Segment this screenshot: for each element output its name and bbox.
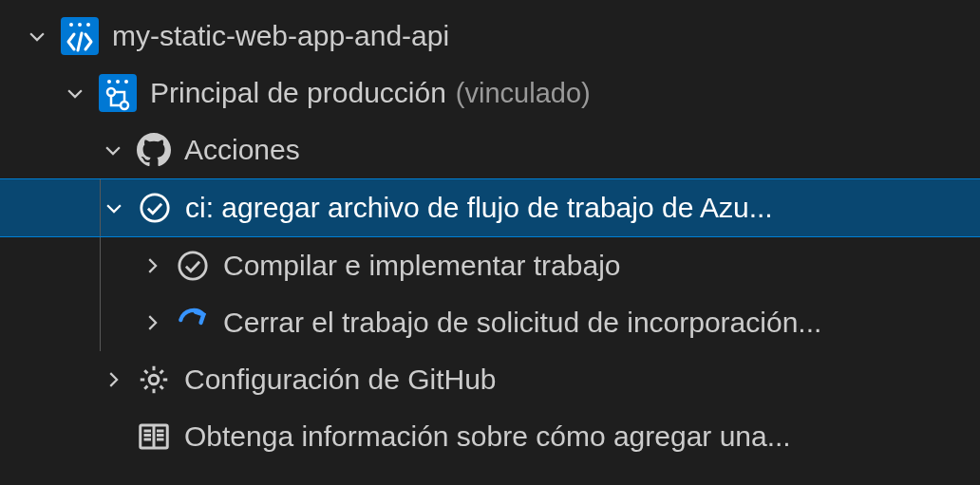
tree-item-job-close[interactable]: Cerrar el trabajo de solicitud de incorp… <box>0 294 980 351</box>
tree-item-learn-more[interactable]: Obtenga información sobre cómo agregar u… <box>0 408 980 465</box>
svg-point-6 <box>124 80 128 84</box>
indent-guide <box>100 237 102 294</box>
azure-static-web-app-icon <box>61 17 99 55</box>
tree-item-github-config[interactable]: Configuración de GitHub <box>0 351 980 408</box>
svg-point-1 <box>78 23 82 27</box>
check-circle-icon <box>176 249 210 283</box>
chevron-down-icon[interactable] <box>65 83 85 103</box>
svg-point-2 <box>86 23 90 27</box>
svg-line-3 <box>78 33 82 50</box>
tree-item-label: Compilar e implementar trabajo <box>223 250 621 282</box>
sync-icon <box>176 306 210 340</box>
check-circle-icon <box>138 191 172 225</box>
azure-environment-icon <box>99 74 137 112</box>
chevron-down-icon[interactable] <box>27 26 47 47</box>
svg-point-9 <box>141 195 168 221</box>
svg-point-5 <box>116 80 120 84</box>
book-icon <box>137 420 171 454</box>
tree-item-root[interactable]: my-static-web-app-and-api <box>0 8 980 65</box>
tree-item-label: Obtenga información sobre cómo agregar u… <box>184 420 791 453</box>
tree-item-label: my-static-web-app-and-api <box>112 20 449 52</box>
tree-item-actions[interactable]: Acciones <box>0 121 980 178</box>
chevron-right-icon[interactable] <box>141 255 162 276</box>
tree-item-label: Configuración de GitHub <box>184 364 497 396</box>
tree-item-job-build[interactable]: Compilar e implementar trabajo <box>0 237 980 294</box>
svg-point-4 <box>107 80 111 84</box>
indent-guide <box>100 294 102 351</box>
tree-item-environment[interactable]: Principal de producción(vinculado) <box>0 65 980 121</box>
tree-item-label: Acciones <box>184 134 300 166</box>
chevron-right-icon[interactable] <box>103 369 123 390</box>
gear-icon <box>137 363 171 397</box>
svg-point-11 <box>149 375 159 384</box>
indent-guide <box>100 179 102 236</box>
tree-item-label: Cerrar el trabajo de solicitud de incorp… <box>223 307 821 339</box>
chevron-right-icon[interactable] <box>141 312 162 333</box>
chevron-down-icon[interactable] <box>104 197 124 218</box>
github-icon <box>137 133 171 167</box>
svg-point-10 <box>179 252 206 279</box>
tree-item-workflow-run[interactable]: ci: agregar archivo de flujo de trabajo … <box>0 178 980 237</box>
tree-item-label: Principal de producción(vinculado) <box>150 77 591 109</box>
tree-item-label: ci: agregar archivo de flujo de trabajo … <box>185 192 773 224</box>
tree-view: my-static-web-app-and-api Principal de p… <box>0 0 980 465</box>
chevron-down-icon[interactable] <box>103 140 123 160</box>
svg-point-0 <box>69 23 73 27</box>
tree-item-description: (vinculado) <box>456 78 591 108</box>
